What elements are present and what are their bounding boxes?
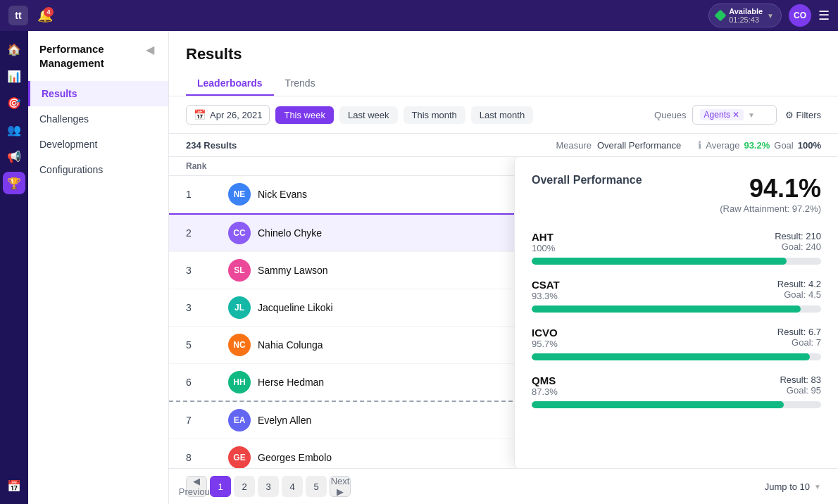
sidebar-item-configurations[interactable]: Configurations: [28, 157, 168, 182]
metric-pct: 87.3%: [532, 386, 558, 397]
metric-goal: Goal: 7: [777, 337, 821, 348]
sidebar-item-challenges[interactable]: Challenges: [28, 106, 168, 132]
home-icon[interactable]: 🏠: [3, 38, 25, 61]
results-count: 234 Results: [186, 140, 237, 151]
target-icon[interactable]: 🎯: [3, 92, 25, 114]
topbar-right: Available 01:25:43 ▼ CO ☰: [708, 4, 830, 27]
metric-name: ICVO: [532, 327, 558, 339]
calendar-icon[interactable]: 📅: [3, 474, 25, 497]
overlay-subtitle: (Raw Attainment: 97.2%): [720, 203, 821, 214]
date-picker[interactable]: 📅 Apr 26, 2021: [186, 105, 270, 125]
menu-icon[interactable]: ☰: [818, 8, 830, 23]
avatar: JL: [228, 296, 251, 319]
metric-pct: 93.3%: [532, 291, 560, 301]
notification-button[interactable]: 🔔 4: [35, 6, 55, 25]
metric-row-aht: AHT 100% Result: 210 Goal: 240: [532, 231, 821, 265]
overlay-score: 94.1%: [720, 174, 821, 203]
progress-bar-fill: [532, 258, 787, 265]
metric-header: QMS 87.3% Result: 83 Goal: 95: [532, 374, 821, 397]
status-diamond-icon: [715, 10, 727, 22]
page-2-button[interactable]: 2: [234, 476, 255, 497]
agent-name: Evelyn Allen: [258, 415, 311, 426]
app-logo: tt: [8, 6, 28, 25]
left-rail: 🏠 📊 🎯 👥 📢 🏆 📅: [0, 31, 28, 504]
agent-name: Georges Embolo: [258, 452, 332, 463]
progress-bar: [532, 258, 821, 265]
user-avatar[interactable]: CO: [789, 4, 811, 27]
rank: 3: [186, 265, 228, 276]
metric-row-qms: QMS 87.3% Result: 83 Goal: 95: [532, 374, 821, 408]
rank: 2: [186, 227, 228, 239]
chart-icon[interactable]: 📊: [3, 65, 25, 87]
rank: 3: [186, 302, 228, 313]
agent-name: Jacqueline Likoki: [258, 302, 333, 313]
progress-bar-fill: [532, 401, 784, 408]
rank: 1: [186, 189, 228, 200]
last-week-button[interactable]: Last week: [339, 106, 398, 124]
progress-bar-fill: [532, 353, 810, 360]
tab-trends[interactable]: Trends: [274, 72, 327, 96]
metric-name: AHT: [532, 231, 555, 243]
metric-goal: Goal: 4.5: [777, 289, 821, 300]
measure-label: Measure: [556, 140, 592, 151]
agent-name: Sammy Lawson: [258, 265, 328, 276]
trophy-icon[interactable]: 🏆: [3, 172, 25, 194]
page-title: Results: [186, 45, 821, 63]
table-area: Rank Result Volume 1 NE Nick Evans 100% …: [169, 157, 838, 468]
people-icon[interactable]: 👥: [3, 118, 25, 141]
progress-bar: [532, 353, 821, 360]
status-label: Available 01:25:43: [729, 7, 763, 24]
this-week-button[interactable]: This week: [275, 106, 334, 124]
avatar: NC: [228, 334, 251, 356]
agent-name: Nick Evans: [258, 189, 307, 200]
queues-dropdown[interactable]: Agents ✕ ▼: [692, 105, 777, 125]
jump-to[interactable]: Jump to 10 ▼: [765, 481, 821, 492]
sidebar: ◀ Performance Management Results Challen…: [28, 31, 169, 504]
metric-row-icvo: ICVO 95.7% Result: 6.7 Goal: 7: [532, 327, 821, 360]
this-month-button[interactable]: This month: [404, 106, 465, 124]
tab-leaderboards[interactable]: Leaderboards: [186, 72, 274, 96]
megaphone-icon[interactable]: 📢: [3, 145, 25, 168]
avatar: EA: [228, 409, 251, 431]
agent-name: Chinelo Chyke: [258, 227, 322, 239]
goal-label: Goal: [774, 140, 793, 151]
queue-tag-remove[interactable]: ✕: [732, 110, 739, 120]
status-pill[interactable]: Available 01:25:43 ▼: [708, 4, 782, 27]
content-header: Results Leaderboards Trends: [169, 31, 838, 96]
page-3-button[interactable]: 3: [258, 476, 279, 497]
sidebar-item-results[interactable]: Results: [28, 81, 168, 106]
page-5-button[interactable]: 5: [306, 476, 327, 497]
metric-row-csat: CSAT 93.3% Result: 4.2 Goal: 4.5: [532, 279, 821, 313]
topbar: tt 🔔 4 Available 01:25:43 ▼ CO ☰: [0, 0, 838, 31]
measure-value: Overall Performance: [597, 140, 681, 151]
sidebar-nav: Results Challenges Development Configura…: [28, 75, 168, 188]
next-button[interactable]: Next ▶: [330, 476, 351, 497]
goal-value: 100%: [798, 140, 821, 151]
sidebar-item-development[interactable]: Development: [28, 132, 168, 157]
agent-name: Nahia Colunga: [258, 339, 323, 351]
date-value: Apr 26, 2021: [210, 110, 262, 120]
metric-result: Result: 6.7: [777, 327, 821, 337]
notif-badge: 4: [44, 7, 54, 17]
metric-header: AHT 100% Result: 210 Goal: 240: [532, 231, 821, 253]
metric-result: Result: 4.2: [777, 279, 821, 289]
rank: 7: [186, 415, 228, 426]
filters-button[interactable]: ⚙ Filters: [785, 110, 821, 120]
topbar-left: tt 🔔 4: [8, 6, 55, 25]
page-1-button[interactable]: 1: [210, 476, 231, 497]
rank: 5: [186, 339, 228, 351]
last-month-button[interactable]: Last month: [471, 106, 533, 124]
metric-header: CSAT 93.3% Result: 4.2 Goal: 4.5: [532, 279, 821, 301]
avatar: HH: [228, 371, 251, 393]
prev-button[interactable]: ◀ Previous: [186, 476, 207, 497]
progress-bar: [532, 305, 821, 313]
metric-pct: 100%: [532, 243, 555, 253]
agent-name: Herse Hedman: [258, 377, 324, 388]
tabs: Leaderboards Trends: [186, 72, 821, 96]
sidebar-collapse-button[interactable]: ◀: [143, 42, 157, 56]
avg-value: 93.2%: [744, 140, 770, 151]
avg-label: Average: [706, 140, 739, 151]
queues-label: Queues: [654, 110, 687, 120]
page-4-button[interactable]: 4: [282, 476, 303, 497]
queue-tag: Agents ✕: [700, 109, 744, 120]
